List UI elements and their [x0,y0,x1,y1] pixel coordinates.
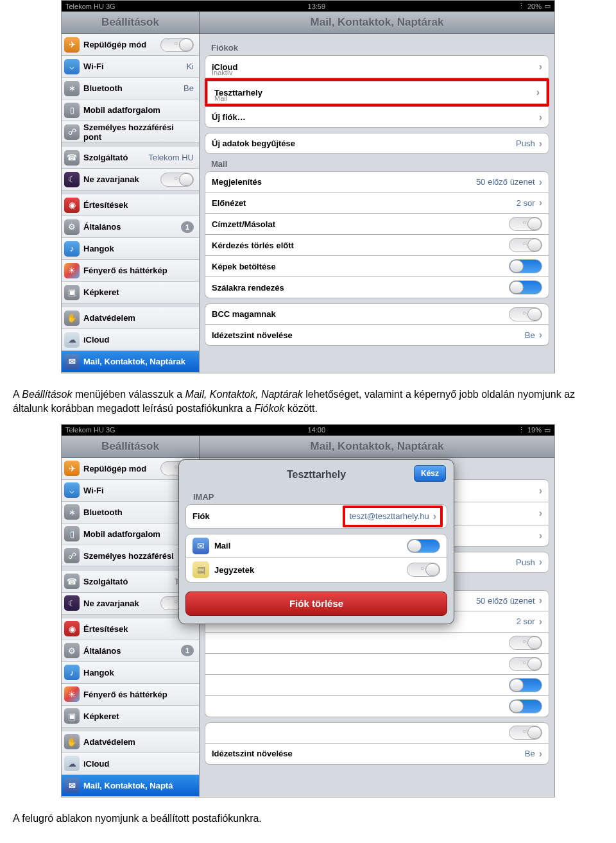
setting-row[interactable]: BCC magamnak [205,303,549,325]
sidebar-item-label: Mobil adatforgalom [83,105,194,115]
toggle-switch[interactable] [160,173,194,187]
toggle-switch[interactable] [509,238,542,252]
settings-icon: ☾ [64,595,80,611]
sidebar-item[interactable]: ☾Ne zavarjanak [62,169,199,191]
highlight-box: Teszttarhely Mail › [205,78,549,106]
settings-icon: ⌵ [64,482,80,498]
popup-header: Teszttarhely Kész [185,465,447,487]
accounts-header: Fiókok [205,38,549,55]
sidebar-item-label: Bluetooth [83,83,184,93]
sidebar-item[interactable]: ♪Hangok [62,238,199,260]
sidebar-item[interactable]: ☁iCloud [62,753,199,775]
sidebar-item[interactable]: ☀Fényerő és háttérkép [62,684,199,706]
popup-title: Teszttarhely [287,469,346,480]
sidebar-item[interactable]: ☀Fényerő és háttérkép [62,260,199,282]
bg-row [205,633,549,654]
sidebar-item[interactable]: ▣Képkeret [62,282,199,303]
sidebar[interactable]: ✈Repülőgép mód⌵Wi-FiKi∗BluetoothBe▯Mobil… [62,34,200,373]
sidebar-item[interactable]: ▯Mobil adatforgalom [62,99,199,121]
settings-icon: ☁ [64,332,80,348]
sidebar-item[interactable]: ⚙Általános1 [62,216,199,238]
sidebar-item-label: Repülőgép mód [83,464,160,473]
service-row[interactable]: ▤Jegyzetek [185,558,447,583]
settings-icon: ∗ [64,81,80,96]
badge: 1 [181,221,194,233]
header: Beállítások Mail, Kontaktok, Naptárak [62,436,554,458]
bg-row [205,654,549,675]
setting-row[interactable]: Szálakra rendezés [205,277,549,298]
service-row[interactable]: ✉Mail [185,534,447,558]
settings-icon: ☎ [64,150,80,166]
battery: 20% [527,3,542,10]
toggle-switch[interactable] [160,38,194,52]
carrier: Telekom HU 3G [65,426,116,434]
status-bar: Telekom HU 3G 14:00 ⋮19%▭ [62,425,554,436]
done-button[interactable]: Kész [414,465,446,482]
sidebar-item[interactable]: ⌵Wi-FiKi [62,56,199,78]
highlight-box: teszt@teszttarhely.hu › [343,506,443,527]
sidebar-item[interactable]: ✉Mail, Kontaktok, Naptá [62,775,199,797]
sidebar-item-label: Általános [83,646,181,656]
sidebar-item[interactable]: ☍Személyes hozzáférési pont [62,121,199,143]
header-left: Beállítások [62,436,200,457]
setting-row[interactable]: Idézetszint növeléseBe› [205,325,549,346]
toggle-switch[interactable] [509,280,542,294]
toggle-switch[interactable] [407,563,440,577]
sidebar-item-label: iCloud [83,759,194,769]
service-icon: ✉ [193,538,209,554]
battery: 19% [527,426,542,434]
setting-row[interactable]: Előnézet2 sor› [205,192,549,214]
setting-row[interactable]: Megjelenítés50 előző üzenet› [205,171,549,192]
settings-icon: ▣ [64,708,80,724]
sidebar-item[interactable]: ▣Képkeret [62,706,199,728]
sidebar-item[interactable]: ☁iCloud [62,329,199,351]
sidebar-item[interactable]: ∗BluetoothBe [62,78,199,99]
sidebar-item[interactable]: ◉Értesítések [62,618,199,640]
new-account-row[interactable]: Új fiók… › [205,106,549,128]
sidebar-item[interactable]: ☎SzolgáltatóTelekom HU [62,147,199,169]
sidebar-item-label: Mail, Kontaktok, Naptá [83,781,194,790]
header-right: Mail, Kontaktok, Naptárak [200,436,554,457]
sidebar-item[interactable]: ✋Adatvédelem [62,307,199,329]
setting-row[interactable]: Kérdezés törlés előtt [205,235,549,256]
chevron-right-icon: › [539,112,542,123]
account-icloud[interactable]: iCloud Inaktív › [205,55,549,78]
sidebar-item[interactable]: ◉Értesítések [62,194,199,216]
chevron-right-icon: › [539,61,542,72]
settings-icon: ∗ [64,504,80,520]
sidebar-item[interactable]: ♪Hangok [62,662,199,684]
setting-row[interactable]: Képek betöltése [205,256,549,277]
chevron-right-icon: › [536,87,540,98]
instruction-paragraph-2: A felugró ablakon nyomjunk a beállított … [0,804,616,833]
quote-level-row[interactable]: Idézetszint növeléseBe› [205,744,549,765]
sidebar-item-label: Repülőgép mód [83,40,160,49]
toggle-switch[interactable] [509,259,542,273]
settings-icon: ✉ [64,778,80,793]
sidebar-item-label: Személyes hozzáférési [83,551,194,561]
toggle-switch[interactable] [407,539,440,553]
sidebar-item[interactable]: ✉Mail, Kontaktok, Naptárak [62,351,199,373]
sidebar-item[interactable]: ✈Repülőgép mód [62,34,199,56]
settings-icon: ▯ [64,103,80,118]
chevron-right-icon: › [539,329,542,341]
detail-panel[interactable]: Fiókok iCloud Inaktív › Teszttarhely Mai… [200,34,554,373]
sidebar-item[interactable]: ✋Adatvédelem [62,731,199,753]
toggle-switch[interactable] [509,217,542,231]
sidebar-item-label: Ne zavarjanak [83,599,160,608]
toggle-switch[interactable] [509,307,542,321]
account-teszttarhely[interactable]: Teszttarhely Mail › [207,81,547,104]
settings-icon: ☍ [64,124,80,140]
bt-icon: ⋮ [518,426,525,434]
header: Beállítások Mail, Kontaktok, Naptárak [62,12,554,34]
sidebar-item[interactable]: ⚙Általános1 [62,640,199,662]
settings-icon: ♪ [64,241,80,257]
clock: 14:00 [308,426,326,434]
battery-icon: ▭ [544,2,551,10]
delete-account-button[interactable]: Fiók törlése [185,592,447,616]
settings-icon: ✈ [64,461,80,476]
chevron-right-icon: › [539,176,542,188]
account-row[interactable]: Fiók teszt@teszttarhely.hu › [185,504,447,529]
setting-row[interactable]: Címzett/Másolat [205,214,549,235]
settings-icon: ✋ [64,734,80,749]
fetch-new-data-row[interactable]: Új adatok begyűjtése Push › [205,133,549,154]
